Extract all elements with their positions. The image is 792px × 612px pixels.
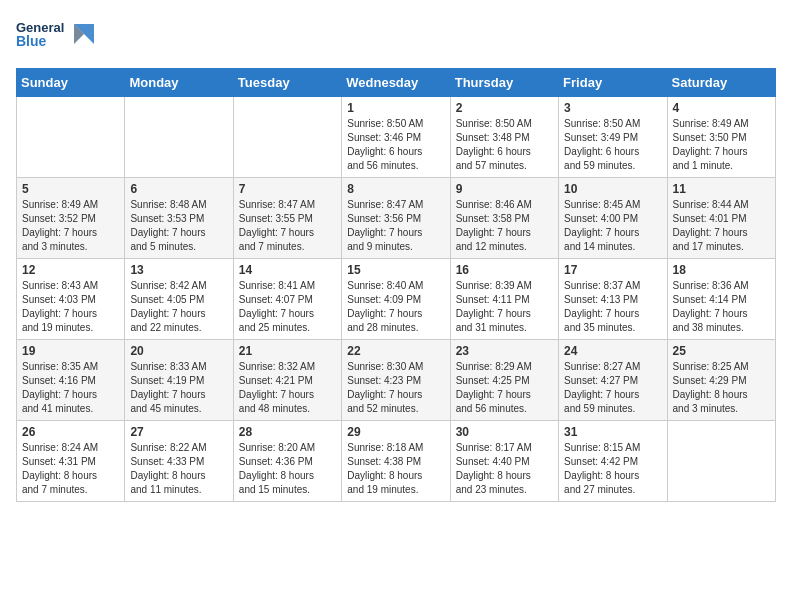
day-info: Sunrise: 8:40 AM Sunset: 4:09 PM Dayligh… [347,279,444,335]
day-number: 26 [22,425,119,439]
day-number: 18 [673,263,770,277]
calendar-cell: 4Sunrise: 8:49 AM Sunset: 3:50 PM Daylig… [667,97,775,178]
day-info: Sunrise: 8:44 AM Sunset: 4:01 PM Dayligh… [673,198,770,254]
svg-text:Blue: Blue [16,33,47,49]
logo: General Blue [16,16,96,56]
calendar-cell: 10Sunrise: 8:45 AM Sunset: 4:00 PM Dayli… [559,178,667,259]
day-number: 29 [347,425,444,439]
calendar-cell: 29Sunrise: 8:18 AM Sunset: 4:38 PM Dayli… [342,421,450,502]
day-info: Sunrise: 8:50 AM Sunset: 3:46 PM Dayligh… [347,117,444,173]
calendar-cell: 26Sunrise: 8:24 AM Sunset: 4:31 PM Dayli… [17,421,125,502]
calendar-cell: 19Sunrise: 8:35 AM Sunset: 4:16 PM Dayli… [17,340,125,421]
calendar-cell: 22Sunrise: 8:30 AM Sunset: 4:23 PM Dayli… [342,340,450,421]
day-info: Sunrise: 8:24 AM Sunset: 4:31 PM Dayligh… [22,441,119,497]
calendar-cell [667,421,775,502]
day-info: Sunrise: 8:15 AM Sunset: 4:42 PM Dayligh… [564,441,661,497]
calendar-cell: 14Sunrise: 8:41 AM Sunset: 4:07 PM Dayli… [233,259,341,340]
day-number: 28 [239,425,336,439]
day-number: 20 [130,344,227,358]
day-info: Sunrise: 8:17 AM Sunset: 4:40 PM Dayligh… [456,441,553,497]
weekday-header-monday: Monday [125,69,233,97]
day-info: Sunrise: 8:47 AM Sunset: 3:56 PM Dayligh… [347,198,444,254]
day-number: 11 [673,182,770,196]
calendar-cell [125,97,233,178]
day-number: 27 [130,425,227,439]
day-number: 2 [456,101,553,115]
day-info: Sunrise: 8:47 AM Sunset: 3:55 PM Dayligh… [239,198,336,254]
calendar-cell: 24Sunrise: 8:27 AM Sunset: 4:27 PM Dayli… [559,340,667,421]
day-number: 15 [347,263,444,277]
calendar-header-row: SundayMondayTuesdayWednesdayThursdayFrid… [17,69,776,97]
day-number: 17 [564,263,661,277]
day-number: 16 [456,263,553,277]
calendar-cell: 5Sunrise: 8:49 AM Sunset: 3:52 PM Daylig… [17,178,125,259]
day-info: Sunrise: 8:50 AM Sunset: 3:48 PM Dayligh… [456,117,553,173]
day-info: Sunrise: 8:39 AM Sunset: 4:11 PM Dayligh… [456,279,553,335]
calendar-cell: 18Sunrise: 8:36 AM Sunset: 4:14 PM Dayli… [667,259,775,340]
day-number: 23 [456,344,553,358]
day-number: 19 [22,344,119,358]
weekday-header-friday: Friday [559,69,667,97]
day-info: Sunrise: 8:43 AM Sunset: 4:03 PM Dayligh… [22,279,119,335]
calendar-cell: 11Sunrise: 8:44 AM Sunset: 4:01 PM Dayli… [667,178,775,259]
calendar-cell: 7Sunrise: 8:47 AM Sunset: 3:55 PM Daylig… [233,178,341,259]
day-info: Sunrise: 8:30 AM Sunset: 4:23 PM Dayligh… [347,360,444,416]
day-info: Sunrise: 8:25 AM Sunset: 4:29 PM Dayligh… [673,360,770,416]
calendar-cell: 8Sunrise: 8:47 AM Sunset: 3:56 PM Daylig… [342,178,450,259]
day-number: 22 [347,344,444,358]
day-number: 7 [239,182,336,196]
day-number: 4 [673,101,770,115]
weekday-header-tuesday: Tuesday [233,69,341,97]
day-info: Sunrise: 8:35 AM Sunset: 4:16 PM Dayligh… [22,360,119,416]
calendar-cell: 15Sunrise: 8:40 AM Sunset: 4:09 PM Dayli… [342,259,450,340]
calendar-cell: 16Sunrise: 8:39 AM Sunset: 4:11 PM Dayli… [450,259,558,340]
weekday-header-saturday: Saturday [667,69,775,97]
day-number: 25 [673,344,770,358]
day-number: 24 [564,344,661,358]
calendar-cell: 27Sunrise: 8:22 AM Sunset: 4:33 PM Dayli… [125,421,233,502]
day-number: 9 [456,182,553,196]
day-info: Sunrise: 8:48 AM Sunset: 3:53 PM Dayligh… [130,198,227,254]
day-info: Sunrise: 8:27 AM Sunset: 4:27 PM Dayligh… [564,360,661,416]
day-number: 10 [564,182,661,196]
day-info: Sunrise: 8:33 AM Sunset: 4:19 PM Dayligh… [130,360,227,416]
day-info: Sunrise: 8:22 AM Sunset: 4:33 PM Dayligh… [130,441,227,497]
day-info: Sunrise: 8:18 AM Sunset: 4:38 PM Dayligh… [347,441,444,497]
weekday-header-sunday: Sunday [17,69,125,97]
calendar-cell: 2Sunrise: 8:50 AM Sunset: 3:48 PM Daylig… [450,97,558,178]
day-number: 31 [564,425,661,439]
calendar-cell: 20Sunrise: 8:33 AM Sunset: 4:19 PM Dayli… [125,340,233,421]
calendar-cell: 6Sunrise: 8:48 AM Sunset: 3:53 PM Daylig… [125,178,233,259]
calendar-cell: 3Sunrise: 8:50 AM Sunset: 3:49 PM Daylig… [559,97,667,178]
day-number: 12 [22,263,119,277]
day-info: Sunrise: 8:45 AM Sunset: 4:00 PM Dayligh… [564,198,661,254]
calendar-cell: 1Sunrise: 8:50 AM Sunset: 3:46 PM Daylig… [342,97,450,178]
day-number: 8 [347,182,444,196]
calendar-cell [233,97,341,178]
day-info: Sunrise: 8:49 AM Sunset: 3:50 PM Dayligh… [673,117,770,173]
calendar-cell: 23Sunrise: 8:29 AM Sunset: 4:25 PM Dayli… [450,340,558,421]
day-info: Sunrise: 8:49 AM Sunset: 3:52 PM Dayligh… [22,198,119,254]
day-info: Sunrise: 8:50 AM Sunset: 3:49 PM Dayligh… [564,117,661,173]
calendar-cell: 12Sunrise: 8:43 AM Sunset: 4:03 PM Dayli… [17,259,125,340]
day-number: 21 [239,344,336,358]
day-info: Sunrise: 8:46 AM Sunset: 3:58 PM Dayligh… [456,198,553,254]
day-info: Sunrise: 8:29 AM Sunset: 4:25 PM Dayligh… [456,360,553,416]
day-number: 5 [22,182,119,196]
calendar-week-row: 12Sunrise: 8:43 AM Sunset: 4:03 PM Dayli… [17,259,776,340]
calendar-week-row: 1Sunrise: 8:50 AM Sunset: 3:46 PM Daylig… [17,97,776,178]
day-info: Sunrise: 8:42 AM Sunset: 4:05 PM Dayligh… [130,279,227,335]
day-number: 14 [239,263,336,277]
calendar-cell: 30Sunrise: 8:17 AM Sunset: 4:40 PM Dayli… [450,421,558,502]
day-info: Sunrise: 8:32 AM Sunset: 4:21 PM Dayligh… [239,360,336,416]
page-header: General Blue [16,16,776,56]
day-info: Sunrise: 8:20 AM Sunset: 4:36 PM Dayligh… [239,441,336,497]
calendar-cell: 31Sunrise: 8:15 AM Sunset: 4:42 PM Dayli… [559,421,667,502]
calendar-week-row: 26Sunrise: 8:24 AM Sunset: 4:31 PM Dayli… [17,421,776,502]
day-info: Sunrise: 8:41 AM Sunset: 4:07 PM Dayligh… [239,279,336,335]
day-number: 3 [564,101,661,115]
day-info: Sunrise: 8:37 AM Sunset: 4:13 PM Dayligh… [564,279,661,335]
calendar-cell [17,97,125,178]
calendar-cell: 25Sunrise: 8:25 AM Sunset: 4:29 PM Dayli… [667,340,775,421]
calendar-week-row: 5Sunrise: 8:49 AM Sunset: 3:52 PM Daylig… [17,178,776,259]
